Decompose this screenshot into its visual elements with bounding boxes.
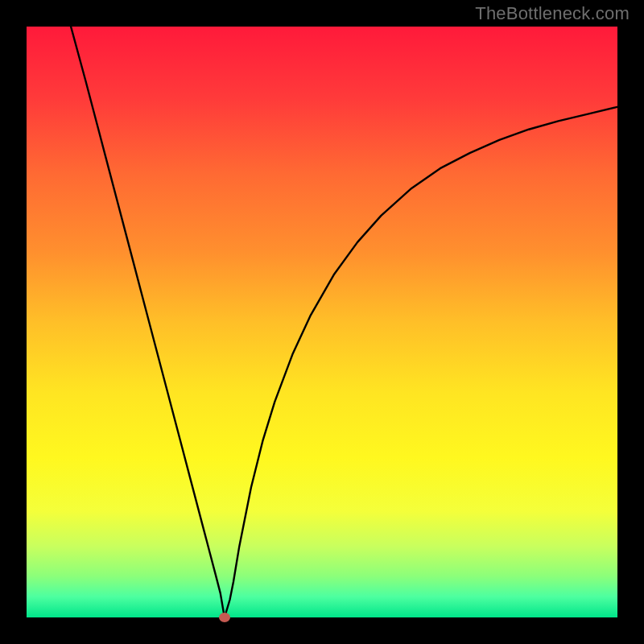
plot-area [27, 27, 617, 617]
watermark-text: TheBottleneck.com [475, 3, 630, 24]
gradient-background [27, 27, 617, 617]
chart-container: TheBottleneck.com [0, 0, 644, 644]
optimal-point-marker [219, 613, 230, 622]
plot-svg [27, 27, 617, 617]
